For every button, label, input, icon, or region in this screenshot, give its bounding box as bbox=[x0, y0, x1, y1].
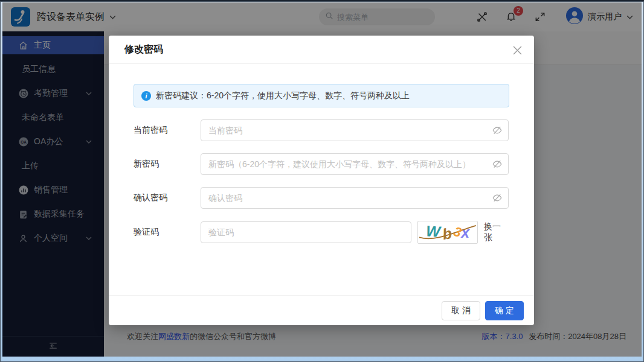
password-tip-banner: i 新密码建议：6-20个字符，使用大小写字母、数字、符号两种及以上 bbox=[134, 84, 509, 107]
new-password-input[interactable] bbox=[201, 153, 509, 175]
ok-button[interactable]: 确 定 bbox=[485, 301, 524, 320]
confirm-password-label: 确认密码 bbox=[134, 192, 201, 203]
app-window: 跨设备表单实例 2 bbox=[0, 0, 644, 362]
confirm-password-row: 确认密码 bbox=[134, 187, 509, 209]
eye-invisible-icon[interactable] bbox=[492, 159, 503, 170]
modal-footer: 取 消 确 定 bbox=[109, 295, 534, 325]
modal-header: 修改密码 bbox=[109, 36, 534, 64]
eye-invisible-icon[interactable] bbox=[492, 192, 503, 203]
captcha-input[interactable] bbox=[201, 221, 411, 243]
confirm-password-input[interactable] bbox=[201, 187, 509, 209]
eye-invisible-icon[interactable] bbox=[492, 125, 503, 136]
captcha-row: 验证码 Wb3x 换一张 bbox=[134, 221, 509, 244]
new-password-label: 新密码 bbox=[134, 159, 201, 170]
current-password-input[interactable] bbox=[201, 119, 509, 141]
change-password-modal: 修改密码 i 新密码建议：6-20个字符，使用大小写字母、数字、符号两种及以上 … bbox=[109, 36, 534, 325]
info-icon: i bbox=[141, 91, 151, 101]
captcha-refresh-link[interactable]: 换一张 bbox=[484, 221, 509, 243]
current-password-label: 当前密码 bbox=[134, 125, 201, 136]
close-icon[interactable] bbox=[511, 44, 523, 56]
new-password-row: 新密码 bbox=[134, 153, 509, 175]
modal-title: 修改密码 bbox=[124, 43, 163, 56]
captcha-image[interactable]: Wb3x bbox=[417, 221, 478, 244]
current-password-row: 当前密码 bbox=[134, 119, 509, 141]
captcha-label: 验证码 bbox=[134, 227, 201, 238]
password-tip-text: 新密码建议：6-20个字符，使用大小写字母、数字、符号两种及以上 bbox=[156, 91, 410, 101]
cancel-button[interactable]: 取 消 bbox=[442, 301, 480, 320]
